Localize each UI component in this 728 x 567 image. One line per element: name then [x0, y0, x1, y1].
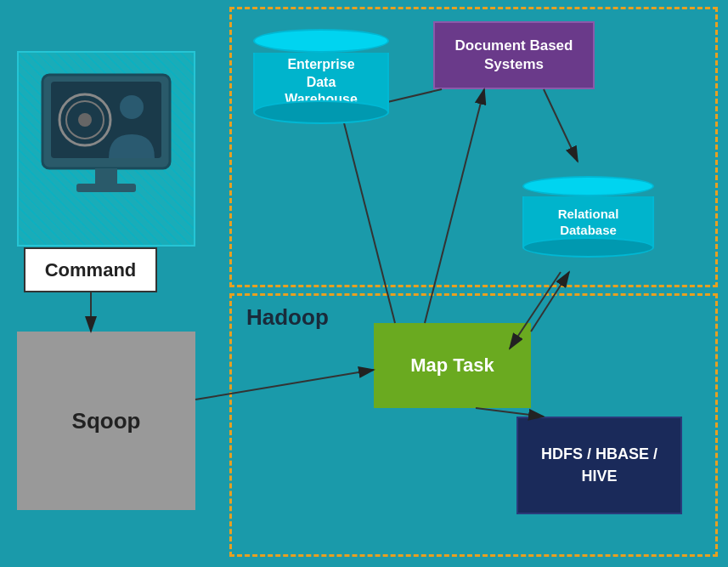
- map-task-label: Map Task: [410, 354, 494, 377]
- monitor-icon: [30, 64, 183, 225]
- edw-cylinder-top: [253, 29, 389, 53]
- command-label: Command: [45, 259, 137, 281]
- doc-box: Document BasedSystems: [433, 21, 595, 89]
- doc-label: Document BasedSystems: [455, 37, 573, 74]
- sqoop-label: Sqoop: [72, 408, 141, 434]
- map-task-box: Map Task: [374, 323, 531, 408]
- svg-point-4: [78, 113, 92, 127]
- rdb-cylinder-top: [522, 176, 654, 196]
- hdfs-label: HDFS / HBASE /HIVE: [541, 444, 657, 486]
- rdb-label: RelationalDatabase: [558, 206, 619, 239]
- rdb-cylinder: RelationalDatabase: [522, 162, 654, 272]
- rdb-cylinder-bottom: [522, 237, 654, 258]
- svg-rect-6: [95, 168, 117, 185]
- svg-point-5: [120, 95, 144, 119]
- edw-cylinder-bottom: [253, 100, 389, 124]
- sqoop-box: Sqoop: [17, 332, 195, 510]
- hadoop-label: Hadoop: [246, 304, 329, 331]
- hdfs-box: HDFS / HBASE /HIVE: [516, 417, 682, 514]
- command-box: Command: [24, 247, 157, 292]
- edw-cylinder: EnterpriseDataWarehouse: [253, 17, 389, 136]
- svg-rect-7: [76, 184, 136, 192]
